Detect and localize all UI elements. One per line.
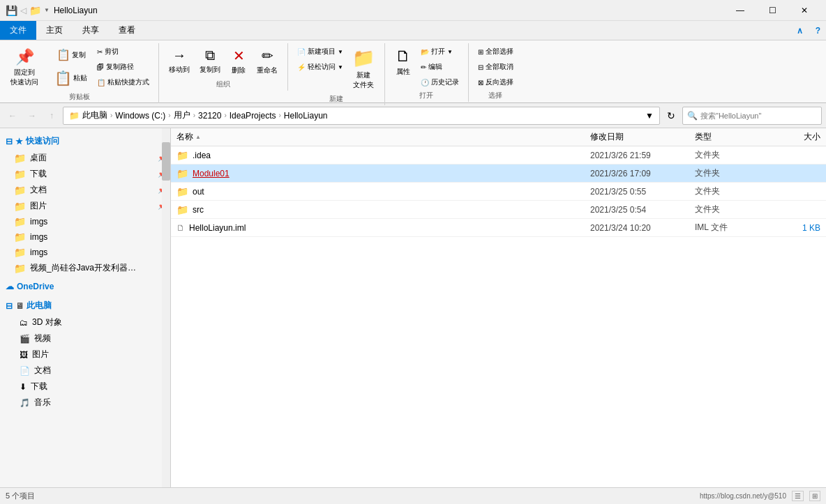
easy-access-button[interactable]: ⚡ 轻松访问 ▼ bbox=[294, 60, 347, 74]
item-count: 5 个项目 bbox=[6, 491, 35, 501]
sidebar-item-pics[interactable]: 📁 图片 📌 bbox=[0, 198, 170, 214]
file-row[interactable]: 📁 out 2021/3/25 0:55 文件夹 bbox=[171, 183, 826, 201]
title-bar: 💾 ◁ 📁 ▼ HelloLiayun — ☐ ✕ bbox=[0, 0, 826, 21]
scroll-thumb[interactable] bbox=[162, 142, 170, 181]
sidebar-item-docs[interactable]: 📁 文档 📌 bbox=[0, 182, 170, 198]
status-right: https://blog.csdn.net/y@510 ☰ ⊞ bbox=[700, 491, 820, 501]
tab-view[interactable]: 查看 bbox=[109, 21, 145, 40]
back-button[interactable]: ← bbox=[4, 107, 21, 124]
sidebar-section-thispc: ⊟ 🖥 此电脑 🗂 3D 对象 🎬 视频 🖼 图片 📄 文档 ⬇ bbox=[0, 297, 170, 411]
folder-icon: 📁 bbox=[14, 201, 26, 212]
tab-home[interactable]: 主页 bbox=[36, 21, 73, 40]
cut-button[interactable]: ✂ 剪切 bbox=[93, 45, 153, 59]
col-header-name[interactable]: 名称 ▲ bbox=[177, 131, 590, 143]
rename-button[interactable]: ✏ 重命名 bbox=[253, 45, 282, 78]
path-dropdown-icon[interactable]: ▼ bbox=[645, 111, 654, 121]
path-this-pc[interactable]: 此电脑 bbox=[82, 109, 107, 121]
file-size-cell: 1 KB bbox=[765, 223, 820, 233]
view-grid-icon[interactable]: ⊞ bbox=[809, 491, 820, 501]
properties-button[interactable]: 🗋 属性 bbox=[391, 45, 416, 79]
open-label: 打开 bbox=[419, 91, 433, 100]
folder-icon: 📁 bbox=[177, 186, 188, 197]
sidebar-item-imgs3[interactable]: 📁 imgs bbox=[0, 245, 170, 260]
delete-icon: ✕ bbox=[233, 47, 245, 64]
deselect-all-button[interactable]: ⊟ 全部取消 bbox=[474, 60, 517, 74]
invert-selection-button[interactable]: ⊠ 反向选择 bbox=[474, 75, 517, 89]
file-row[interactable]: 📁 Module01 2021/3/26 17:09 文件夹 bbox=[171, 165, 826, 183]
select-all-button[interactable]: ⊞ 全部选择 bbox=[474, 45, 517, 59]
deselect-icon: ⊟ bbox=[478, 63, 483, 71]
iml-file-icon: 🗋 bbox=[177, 223, 185, 233]
file-row[interactable]: 📁 src 2021/3/25 0:54 文件夹 bbox=[171, 201, 826, 219]
new-folder-button[interactable]: 📁 新建 文件夹 bbox=[348, 45, 379, 93]
minimize-button[interactable]: — bbox=[724, 0, 756, 21]
path-windows-c[interactable]: Windows (C:) bbox=[115, 111, 165, 121]
copy-path-button[interactable]: 🗐 复制路径 bbox=[93, 60, 153, 74]
ribbon-expand-icon[interactable]: ∧ bbox=[790, 23, 810, 38]
sidebar-item-3d[interactable]: 🗂 3D 对象 bbox=[0, 314, 170, 330]
file-type-cell: 文件夹 bbox=[695, 167, 765, 179]
address-path[interactable]: 📁 此电脑 › Windows (C:) › 用户 › 32120 › Idea… bbox=[63, 107, 660, 125]
sidebar-header-quick-access[interactable]: ⊟ ★ 快速访问 bbox=[0, 132, 170, 150]
edit-button[interactable]: ✏ 编辑 bbox=[417, 60, 463, 74]
sidebar-header-thispc[interactable]: ⊟ 🖥 此电脑 bbox=[0, 297, 170, 314]
open-arrow: ▼ bbox=[447, 49, 453, 55]
rename-icon: ✏ bbox=[262, 47, 273, 64]
history-button[interactable]: 🕐 历史记录 bbox=[417, 75, 463, 89]
properties-icon: 🗋 bbox=[396, 47, 411, 66]
file-name-cell: 📁 out bbox=[177, 186, 590, 197]
search-box[interactable]: 🔍 bbox=[682, 107, 822, 125]
move-icon: → bbox=[172, 47, 186, 63]
move-button[interactable]: → 移动到 bbox=[165, 45, 194, 77]
new-item-button[interactable]: 📄 新建项目 ▼ bbox=[294, 45, 347, 59]
sidebar-item-imgs2[interactable]: 📁 imgs bbox=[0, 229, 170, 245]
title-bar-icons: 💾 ◁ 📁 ▼ bbox=[6, 5, 50, 16]
sidebar-item-desktop[interactable]: 📁 桌面 📌 bbox=[0, 150, 170, 166]
sidebar-item-video-pc[interactable]: 🎬 视频 bbox=[0, 330, 170, 346]
sidebar-item-downloads[interactable]: 📁 下载 📌 bbox=[0, 166, 170, 182]
maximize-button[interactable]: ☐ bbox=[756, 0, 788, 21]
select-all-icon: ⊞ bbox=[478, 48, 483, 56]
organize-buttons: → 移动到 ⧉ 复制到 ✕ 删除 ✏ 重命名 bbox=[165, 45, 282, 78]
path-users[interactable]: 用户 bbox=[174, 109, 190, 121]
forward-button[interactable]: → bbox=[24, 107, 40, 124]
pin-button[interactable]: 📌 固定到 快速访问 bbox=[6, 45, 43, 91]
folder-icon: 📁 bbox=[14, 247, 26, 258]
file-date-cell: 2021/3/24 10:20 bbox=[590, 223, 695, 233]
sidebar-item-music-pc[interactable]: 🎵 音乐 bbox=[0, 395, 170, 411]
path-hello[interactable]: HelloLiayun bbox=[284, 111, 328, 121]
refresh-button[interactable]: ↻ bbox=[663, 107, 679, 124]
search-input[interactable] bbox=[700, 112, 817, 120]
path-idea[interactable]: IdeaProjects bbox=[230, 111, 276, 121]
close-button[interactable]: ✕ bbox=[788, 0, 820, 21]
tab-file[interactable]: 文件 bbox=[0, 21, 36, 40]
paste-shortcut-button[interactable]: 📋 粘贴快捷方式 bbox=[93, 75, 153, 89]
view-list-icon[interactable]: ☰ bbox=[792, 491, 804, 501]
clipboard-group: 📌 固定到 快速访问 📋 复制 📋 粘贴 ✂ 剪切 bbox=[0, 43, 159, 103]
delete-button[interactable]: ✕ 删除 bbox=[226, 45, 251, 78]
col-header-date[interactable]: 修改日期 bbox=[590, 131, 695, 143]
open-button[interactable]: 📂 打开 ▼ bbox=[417, 45, 463, 59]
file-row[interactable]: 🗋 HelloLiayun.iml 2021/3/24 10:20 IML 文件… bbox=[171, 219, 826, 237]
col-header-size[interactable]: 大小 bbox=[765, 131, 820, 143]
clipboard-buttons: 📌 固定到 快速访问 📋 复制 📋 粘贴 ✂ 剪切 bbox=[6, 45, 153, 91]
tab-share[interactable]: 共享 bbox=[73, 21, 109, 40]
col-header-type[interactable]: 类型 bbox=[695, 131, 765, 143]
help-icon[interactable]: ? bbox=[810, 26, 826, 36]
paste-button[interactable]: 📋 粘贴 bbox=[50, 66, 92, 90]
sidebar-header-onedrive[interactable]: ☁ OneDrive bbox=[0, 279, 170, 294]
sidebar-scrollbar[interactable] bbox=[162, 128, 170, 487]
main-layout: ⊟ ★ 快速访问 📁 桌面 📌 📁 下载 📌 📁 文档 📌 📁 图 bbox=[0, 128, 826, 487]
up-button[interactable]: ↑ bbox=[43, 107, 60, 124]
copy-button[interactable]: 📋 复制 bbox=[50, 45, 92, 65]
sidebar-item-docs-pc[interactable]: 📄 文档 bbox=[0, 362, 170, 379]
path-user[interactable]: 32120 bbox=[198, 111, 221, 121]
music-icon: 🎵 bbox=[20, 398, 30, 408]
copy-to-button[interactable]: ⧉ 复制到 bbox=[195, 45, 225, 77]
sidebar-item-imgs1[interactable]: 📁 imgs bbox=[0, 214, 170, 229]
sidebar-item-downloads-pc[interactable]: ⬇ 下载 bbox=[0, 379, 170, 395]
sidebar-item-video[interactable]: 📁 视频_尚硅谷Java开发利器：Int bbox=[0, 260, 170, 276]
invert-icon: ⊠ bbox=[478, 79, 483, 86]
sidebar-item-image-pc[interactable]: 🖼 图片 bbox=[0, 346, 170, 362]
file-row[interactable]: 📁 .idea 2021/3/26 21:59 文件夹 bbox=[171, 146, 826, 165]
